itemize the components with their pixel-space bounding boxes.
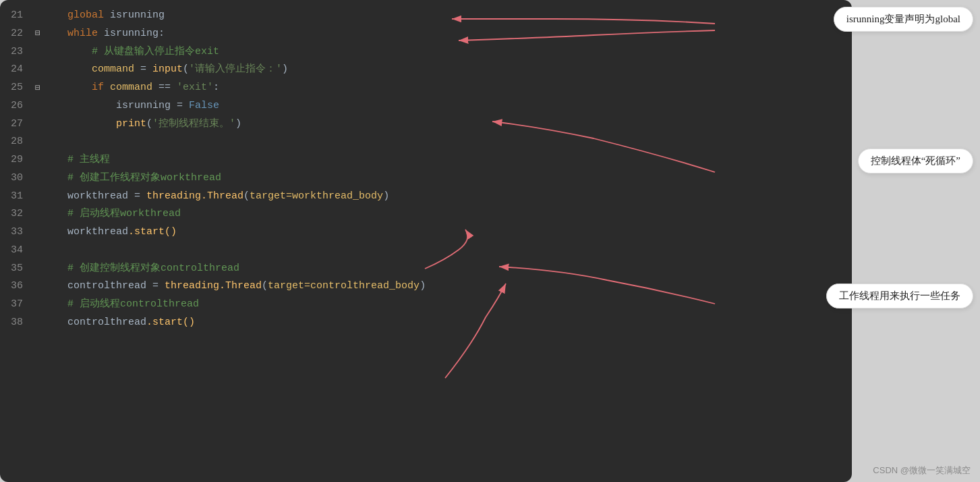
token: # 启动线程workthread — [43, 208, 181, 219]
token: '请输入停止指令：' — [189, 63, 282, 75]
token: isrunning — [110, 9, 165, 21]
code-content: workthread.start() — [43, 224, 852, 241]
code-line: 35 # 创建控制线程对象controlthread — [0, 260, 852, 278]
line-number: 32 — [0, 206, 32, 223]
line-number: 25 — [0, 80, 32, 97]
token: ( — [243, 190, 250, 202]
main-container: 21 global isrunning22⊟ while isrunning:2… — [0, 0, 980, 482]
code-line: 27 print('控制线程结束。') — [0, 115, 852, 134]
line-number: 21 — [0, 7, 32, 24]
watermark: CSDN @微微一笑满城空 — [873, 464, 971, 477]
line-number: 29 — [0, 152, 32, 169]
token: isrunning = — [43, 100, 189, 111]
line-number: 28 — [0, 134, 32, 151]
code-line: 31 workthread = threading.Thread(target=… — [0, 188, 852, 206]
annotation-isrunning: isrunning变量声明为global — [834, 7, 973, 32]
code-block: 21 global isrunning22⊟ while isrunning:2… — [0, 0, 852, 482]
token: target= — [268, 280, 310, 292]
token: print — [116, 118, 146, 130]
token: # 从键盘输入停止指令exit — [43, 46, 219, 57]
token: : — [213, 82, 219, 93]
code-content: # 主线程 — [43, 152, 852, 169]
token: # 启动线程controlthread — [43, 298, 199, 310]
token: workthread = — [43, 190, 146, 202]
token: ) — [235, 118, 241, 130]
line-number: 37 — [0, 296, 32, 313]
code-line: 37 # 启动线程controlthread — [0, 296, 852, 314]
token: target= — [250, 190, 292, 202]
annotation-dead-loop: 控制线程体“死循环” — [858, 149, 973, 173]
code-line: 33 workthread.start() — [0, 223, 852, 242]
code-content: command = input('请输入停止指令：') — [43, 61, 852, 78]
line-number: 23 — [0, 44, 32, 61]
token — [43, 118, 116, 130]
token: ( — [262, 280, 268, 292]
code-line: 34 — [0, 242, 852, 260]
token: input — [152, 63, 183, 75]
line-number: 22 — [0, 26, 32, 43]
token: ) — [383, 190, 389, 202]
code-content: # 从键盘输入停止指令exit — [43, 44, 852, 61]
token: controlthread = — [43, 280, 165, 292]
code-line: 32 # 启动线程workthread — [0, 205, 852, 223]
token: '控制线程结束。' — [152, 118, 235, 130]
token: ( — [146, 118, 152, 130]
code-content: controlthread = threading.Thread(target=… — [43, 278, 852, 295]
line-indicator: ⊟ — [32, 81, 43, 95]
token: global — [43, 9, 110, 21]
token: command — [110, 82, 152, 93]
token: ( — [183, 63, 189, 75]
token: ) — [282, 63, 288, 75]
code-line: 29 # 主线程 — [0, 151, 852, 169]
token: threading.Thread — [146, 190, 243, 202]
token: command — [92, 63, 134, 75]
token: ) — [420, 280, 426, 292]
code-content: workthread = threading.Thread(target=wor… — [43, 188, 852, 205]
code-content: # 创建工作线程对象workthread — [43, 170, 852, 187]
line-number: 36 — [0, 278, 32, 295]
code-line: 36 controlthread = threading.Thread(targ… — [0, 277, 852, 296]
token: 'exit' — [177, 82, 213, 93]
token — [43, 63, 92, 75]
code-content: controlthread.start() — [43, 315, 852, 331]
token: = — [134, 63, 152, 75]
line-indicator: ⊟ — [32, 26, 43, 41]
code-content: while isrunning: — [43, 26, 852, 43]
line-number: 26 — [0, 98, 32, 115]
token: # 创建控制线程对象controlthread — [43, 263, 239, 274]
token: # 创建工作线程对象workthread — [43, 172, 221, 184]
annotation-work-thread: 工作线程用来执行一些任务 — [826, 284, 973, 309]
code-line: 26 isrunning = False — [0, 97, 852, 115]
line-number: 38 — [0, 315, 32, 331]
line-number: 31 — [0, 188, 32, 205]
token: isrunning — [104, 28, 158, 39]
token: if — [43, 82, 110, 93]
line-number: 30 — [0, 170, 32, 187]
code-line: 28 — [0, 133, 852, 151]
token: controlthread — [43, 317, 146, 328]
token: controlthread_body — [310, 280, 420, 292]
code-line: 22⊟ while isrunning: — [0, 25, 852, 43]
line-number: 35 — [0, 261, 32, 277]
code-content: print('控制线程结束。') — [43, 116, 852, 133]
token: .start() — [146, 317, 195, 328]
code-content: global isrunning — [43, 7, 852, 24]
token: .start() — [128, 226, 177, 238]
token: workthread_body — [292, 190, 383, 202]
token: : — [158, 28, 165, 39]
line-number: 34 — [0, 242, 32, 259]
code-content: # 创建控制线程对象controlthread — [43, 261, 852, 277]
code-line: 23 # 从键盘输入停止指令exit — [0, 43, 852, 61]
code-line: 38 controlthread.start() — [0, 314, 852, 332]
code-line: 30 # 创建工作线程对象workthread — [0, 169, 852, 188]
code-line: 25⊟ if command == 'exit': — [0, 79, 852, 97]
code-line: 21 global isrunning — [0, 7, 852, 25]
code-content: # 启动线程controlthread — [43, 296, 852, 313]
line-number: 27 — [0, 116, 32, 133]
token: False — [189, 100, 219, 111]
token: == — [152, 82, 177, 93]
token: workthread — [43, 226, 128, 238]
code-content: isrunning = False — [43, 98, 852, 115]
line-number: 33 — [0, 224, 32, 241]
code-content: if command == 'exit': — [43, 80, 852, 97]
